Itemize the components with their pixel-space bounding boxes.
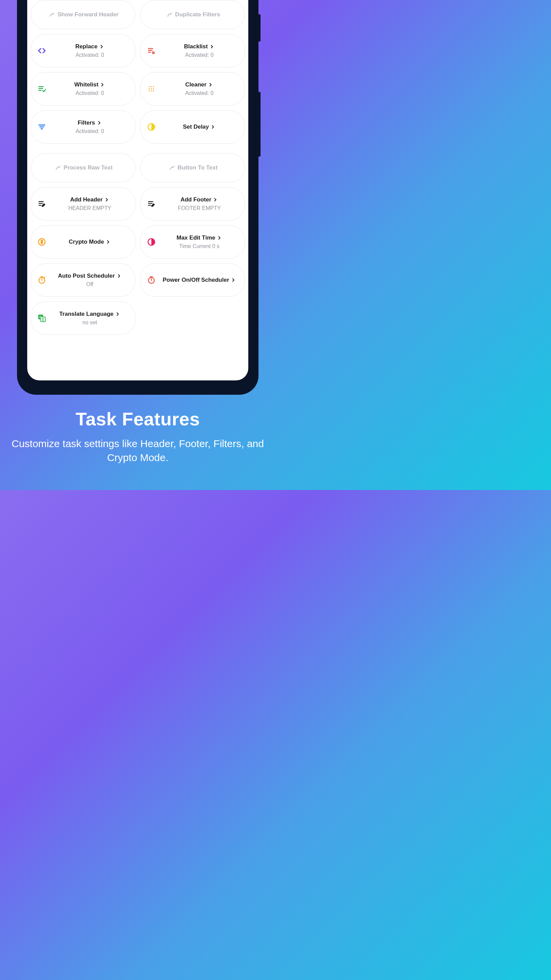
card-label: Power On/Off Scheduler xyxy=(163,277,229,283)
half-circle-icon xyxy=(145,123,157,131)
card-label: Add Footer xyxy=(181,196,211,203)
card-label: Set Delay xyxy=(183,124,209,130)
timer-icon xyxy=(36,275,48,285)
list-x-icon xyxy=(145,46,157,55)
card-sub: no set xyxy=(82,320,97,326)
promo-title: Task Features xyxy=(10,408,265,430)
svg-point-11 xyxy=(149,88,150,89)
svg-point-9 xyxy=(151,86,152,87)
playlist-edit-icon xyxy=(36,199,48,208)
card-power-scheduler[interactable]: Power On/Off Scheduler xyxy=(140,263,245,297)
card-label: Cleaner xyxy=(185,81,206,88)
grid-dots-icon xyxy=(145,85,157,93)
chevron-right-icon xyxy=(115,311,121,317)
svg-point-16 xyxy=(153,90,154,91)
card-auto-post-scheduler[interactable]: Auto Post Scheduler Off xyxy=(30,263,135,297)
dollar-circle-icon xyxy=(36,237,48,247)
card-process-raw-text[interactable]: Process Raw Text xyxy=(30,153,135,182)
svg-point-13 xyxy=(153,88,154,89)
card-sub: Activated: 0 xyxy=(76,90,104,96)
card-label: Crypto Mode xyxy=(69,239,104,245)
chevron-right-icon xyxy=(209,44,214,49)
phone-side-button-bottom xyxy=(259,92,260,156)
chevron-right-icon xyxy=(116,273,122,279)
card-cleaner[interactable]: Cleaner Activated: 0 xyxy=(140,72,245,105)
phone-frame: Show Forward Header Duplicate Fil xyxy=(17,0,259,395)
plug-icon xyxy=(55,164,62,172)
chevron-right-icon xyxy=(97,120,102,126)
card-sub: Activated: 0 xyxy=(76,128,104,134)
chevron-right-icon xyxy=(105,239,111,245)
card-label: Translate Language xyxy=(59,311,114,318)
filter-icon xyxy=(36,123,48,131)
card-show-forward-header[interactable]: Show Forward Header xyxy=(30,0,135,29)
card-set-delay[interactable]: Set Delay xyxy=(140,110,245,143)
chevron-right-icon xyxy=(217,235,222,240)
card-label: Auto Post Scheduler xyxy=(58,272,114,279)
app-screen: Show Forward Header Duplicate Fil xyxy=(27,0,248,380)
plug-icon xyxy=(49,11,56,18)
card-label: Max Edit Time xyxy=(176,234,215,241)
card-sub: Activated: 0 xyxy=(76,52,104,58)
plug-icon xyxy=(166,11,174,18)
svg-line-32 xyxy=(44,277,45,278)
half-circle-icon xyxy=(145,237,157,247)
card-sub: Off xyxy=(86,282,93,288)
playlist-edit-icon xyxy=(145,199,157,208)
card-translate[interactable]: G文 Translate Language no set xyxy=(30,301,135,335)
translate-icon: G文 xyxy=(36,313,48,323)
phone-side-button-top xyxy=(259,14,260,41)
card-replace[interactable]: Replace Activated: 0 xyxy=(30,34,135,67)
svg-point-14 xyxy=(149,90,150,91)
card-sub: HEADER EMPTY xyxy=(68,205,111,211)
svg-point-12 xyxy=(151,88,152,89)
svg-point-15 xyxy=(151,90,152,91)
card-label: Duplicate Filters xyxy=(175,11,220,18)
svg-point-8 xyxy=(149,86,150,87)
plug-icon xyxy=(169,164,176,172)
promo-subtitle: Customize task settings like Header, Foo… xyxy=(10,437,265,465)
card-max-edit-time[interactable]: Max Edit Time Time Current 0 s xyxy=(140,225,245,259)
card-label: Blacklist xyxy=(184,43,208,50)
card-duplicate-filters[interactable]: Duplicate Filters xyxy=(140,0,245,29)
chevron-right-icon xyxy=(208,82,213,88)
card-blacklist[interactable]: Blacklist Activated: 0 xyxy=(140,34,245,67)
card-whitelist[interactable]: Whitelist Activated: 0 xyxy=(30,72,135,105)
card-add-header[interactable]: Add Header HEADER EMPTY xyxy=(30,187,135,221)
card-label: Add Header xyxy=(70,196,102,203)
code-icon xyxy=(36,46,48,55)
card-sub: FOOTER EMPTY xyxy=(178,205,221,211)
card-sub: Activated: 0 xyxy=(185,90,214,96)
chevron-right-icon xyxy=(104,197,110,202)
chevron-right-icon xyxy=(99,44,105,49)
card-label: Filters xyxy=(78,119,95,126)
card-label: Show Forward Header xyxy=(57,11,118,18)
card-sub: Time Current 0 s xyxy=(179,243,220,250)
card-label: Whitelist xyxy=(75,81,98,88)
card-sub: Activated: 0 xyxy=(185,52,214,58)
chevron-right-icon xyxy=(100,82,105,88)
card-button-to-text[interactable]: Button To Text xyxy=(140,153,245,182)
chevron-right-icon xyxy=(210,124,216,130)
card-label: Process Raw Text xyxy=(64,164,113,171)
card-label: Button To Text xyxy=(178,164,218,171)
card-crypto-mode[interactable]: Crypto Mode xyxy=(30,225,135,259)
card-add-footer[interactable]: Add Footer FOOTER EMPTY xyxy=(140,187,245,221)
svg-point-10 xyxy=(153,86,154,87)
promo-caption: Task Features Customize task settings li… xyxy=(0,408,275,465)
home-indicator xyxy=(109,375,167,377)
chevron-right-icon xyxy=(230,277,236,283)
list-check-icon xyxy=(36,84,48,93)
card-filters[interactable]: Filters Activated: 0 xyxy=(30,110,135,143)
svg-text:文: 文 xyxy=(41,318,44,321)
power-timer-icon xyxy=(145,275,157,285)
chevron-right-icon xyxy=(213,197,218,202)
card-label: Replace xyxy=(75,43,97,50)
